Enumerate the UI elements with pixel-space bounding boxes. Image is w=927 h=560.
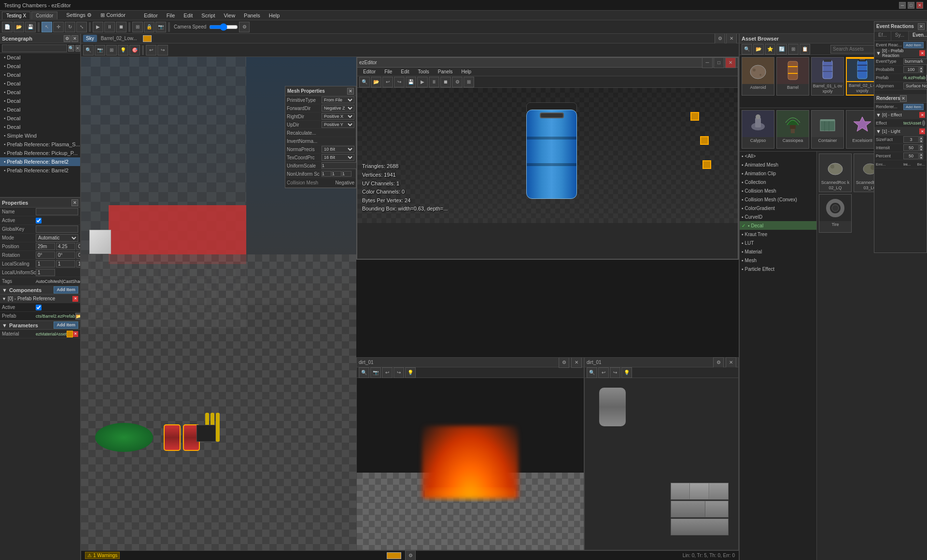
asset-type-collection[interactable]: ▪Collection	[740, 178, 816, 186]
material-remove-icon[interactable]: ✕	[73, 331, 78, 337]
sizefact-input[interactable]	[903, 136, 919, 143]
er-eventtype-input[interactable]	[903, 58, 927, 65]
ez-tb-redo[interactable]: ↪	[394, 77, 405, 87]
fire-viewport-settings-icon[interactable]: ⚙	[559, 357, 569, 368]
asset-scanned-rock-1[interactable]: ScannedRoc k02_LQ	[819, 154, 852, 192]
barrel-3d-viewport[interactable]: Triangles: 2688 Vertices: 1941 UV Channe…	[357, 88, 738, 223]
tree-item-decal-2[interactable]: ▪Decal	[0, 62, 80, 70]
asset-tire[interactable]: Tire	[819, 194, 852, 233]
open-button[interactable]: 📂	[14, 22, 24, 32]
vp-toolbar-4[interactable]: 💡	[118, 45, 128, 56]
selection-handle-1[interactable]	[690, 112, 699, 121]
scenegraph-search-input[interactable]	[2, 44, 67, 52]
scale-tool[interactable]: ⤡	[76, 22, 87, 32]
position-y-input[interactable]	[56, 243, 75, 250]
forward-dir-select[interactable]: Negative Z	[322, 105, 354, 112]
asset-tb-4[interactable]: 🔄	[776, 44, 787, 55]
properties-close-icon[interactable]: ✕	[71, 199, 78, 206]
asset-container[interactable]: Container	[811, 110, 844, 149]
ez-menu-panels[interactable]: Panels	[434, 68, 457, 75]
tab-barrel[interactable]: Barrel_02_Low...	[98, 35, 140, 42]
tab-testing[interactable]: Testing X	[2, 12, 30, 19]
ez-tb-stop[interactable]: ⏹	[440, 77, 451, 87]
localscaling-z-input[interactable]	[76, 260, 80, 267]
asset-type-particle-effect[interactable]: ▪Particle Effect	[740, 265, 816, 273]
menu-editor[interactable]: Editor	[140, 12, 162, 19]
ez-window-maximize-icon[interactable]: □	[714, 57, 724, 68]
move-tool[interactable]: ✛	[53, 22, 64, 32]
non-uniform-y[interactable]	[332, 171, 341, 177]
active-checkbox[interactable]	[36, 218, 42, 224]
tab-corridor[interactable]: Corridor	[31, 12, 57, 19]
er-alignment-select[interactable]: Surface Nor...	[903, 83, 927, 89]
blocks-tb-3[interactable]: 💡	[621, 367, 632, 378]
ez-tb-4[interactable]: ⚙	[452, 77, 463, 87]
non-uniform-x[interactable]	[322, 171, 331, 177]
menu-view[interactable]: View	[220, 12, 239, 19]
name-input[interactable]	[36, 208, 78, 215]
rotation-y-input[interactable]	[56, 252, 75, 259]
close-button[interactable]: ✕	[916, 2, 923, 9]
ez-menu-tools[interactable]: Tools	[414, 68, 433, 75]
mesh-props-close-icon[interactable]: ✕	[347, 88, 354, 95]
intensity-down-icon[interactable]: ▼	[919, 148, 923, 151]
asset-tb-1[interactable]: 🔍	[742, 44, 752, 55]
tree-item-prefab-pickup[interactable]: ▪Prefab Reference: Pickup_P...	[0, 149, 80, 157]
comp-prefab-browse-icon[interactable]: 📂	[75, 313, 80, 320]
tree-item-decal-6[interactable]: ▪Decal	[0, 97, 80, 105]
primitive-type-select[interactable]: From File	[322, 97, 354, 103]
asset-barrel[interactable]: Barrel	[776, 57, 809, 96]
er-probability-up-icon[interactable]: ▲	[919, 66, 923, 70]
tree-item-decal-4[interactable]: ▪Decal	[0, 79, 80, 88]
rotation-z-input[interactable]	[76, 252, 80, 259]
tree-item-decal-3[interactable]: ▪Decal	[0, 70, 80, 79]
non-uniform-z[interactable]	[342, 171, 351, 177]
er-add-button[interactable]: Add Item	[903, 42, 924, 48]
er-remove-icon[interactable]: ✕	[919, 50, 925, 56]
up-dir-select[interactable]: Positive Y	[322, 121, 354, 128]
asset-tb-2[interactable]: 📂	[753, 44, 764, 55]
renderers-add-button[interactable]: Add Item	[903, 104, 924, 110]
effect-remove-icon[interactable]: ✕	[919, 112, 925, 118]
ez-menu-edit[interactable]: Edit	[397, 68, 413, 75]
minimize-button[interactable]: ─	[899, 2, 906, 9]
settings-small-icon[interactable]: ⚙	[405, 550, 416, 560]
blocks-tb-undo[interactable]: ↩	[598, 367, 609, 378]
search-icon[interactable]: 🔍	[68, 45, 74, 52]
scenegraph-settings-icon[interactable]: ⚙	[64, 35, 70, 42]
position-x-input[interactable]	[36, 243, 55, 250]
asset-type-lut[interactable]: ▪LUT	[740, 238, 816, 247]
asset-type-collision-mesh[interactable]: ▪Collision Mesh	[740, 186, 816, 195]
uniform-scale-input[interactable]	[322, 162, 356, 169]
er-probability-down-icon[interactable]: ▼	[919, 70, 923, 73]
asset-type-kraut-tree[interactable]: ▪Kraut Tree	[740, 230, 816, 238]
tex-coord-select[interactable]: 16 Bit	[322, 154, 354, 161]
ez-tb-5[interactable]: ⊞	[464, 77, 474, 87]
localscaling-x-input[interactable]	[36, 260, 55, 267]
menu-edit[interactable]: Edit	[180, 12, 197, 19]
blocks-settings-icon[interactable]: ⚙	[713, 357, 724, 368]
vp-toolbar-1[interactable]: 🔍	[83, 45, 94, 56]
percent-down-icon[interactable]: ▼	[919, 156, 923, 159]
components-header[interactable]: ▼ Components Add Item	[0, 286, 80, 294]
asset-tb-6[interactable]: 📋	[800, 44, 810, 55]
camera-button[interactable]: 📷	[155, 22, 166, 32]
globalkey-input[interactable]	[36, 225, 78, 233]
tab-even[interactable]: Even...	[909, 34, 927, 41]
asset-type-curveid[interactable]: ▪CurveID	[740, 212, 816, 221]
effect-color-icon[interactable]	[922, 120, 925, 126]
tree-item-simplewind[interactable]: ▪Simple Wind	[0, 131, 80, 140]
asset-tb-3[interactable]: ⭐	[765, 44, 775, 55]
asset-type-animated-mesh[interactable]: ▪Animated Mesh	[740, 160, 816, 169]
asset-type-animation-clip[interactable]: ▪Animation Clip	[740, 169, 816, 178]
vp-toolbar-undo[interactable]: ↩	[146, 45, 156, 56]
ez-tb-3[interactable]: 💾	[406, 77, 416, 87]
stop-button[interactable]: ⏹	[116, 22, 126, 32]
asset-cassiopea[interactable]: Cassiopea	[776, 110, 809, 149]
select-tool[interactable]: ↖	[42, 22, 52, 32]
tree-item-prefab-plasma[interactable]: ▪Prefab Reference: Plasma_S...	[0, 140, 80, 149]
light-expand-icon[interactable]: ▼	[876, 128, 881, 134]
ez-tb-1[interactable]: 🔍	[359, 77, 370, 87]
er-expand-icon[interactable]: ▼	[876, 50, 881, 56]
position-z-input[interactable]	[76, 243, 80, 250]
